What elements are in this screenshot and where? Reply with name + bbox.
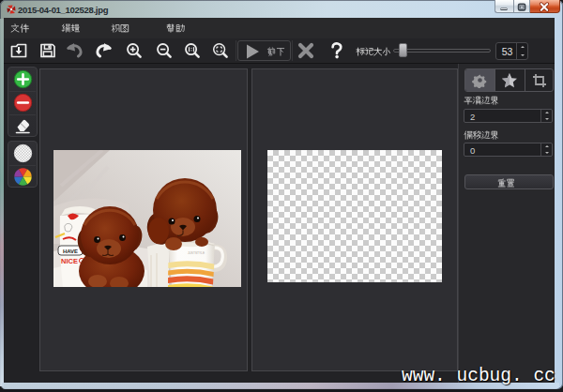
svg-text:HAVE: HAVE xyxy=(63,249,78,254)
svg-text:JUSTSTYLE: JUSTSTYLE xyxy=(188,251,205,255)
svg-text:NICE: NICE xyxy=(61,257,78,265)
